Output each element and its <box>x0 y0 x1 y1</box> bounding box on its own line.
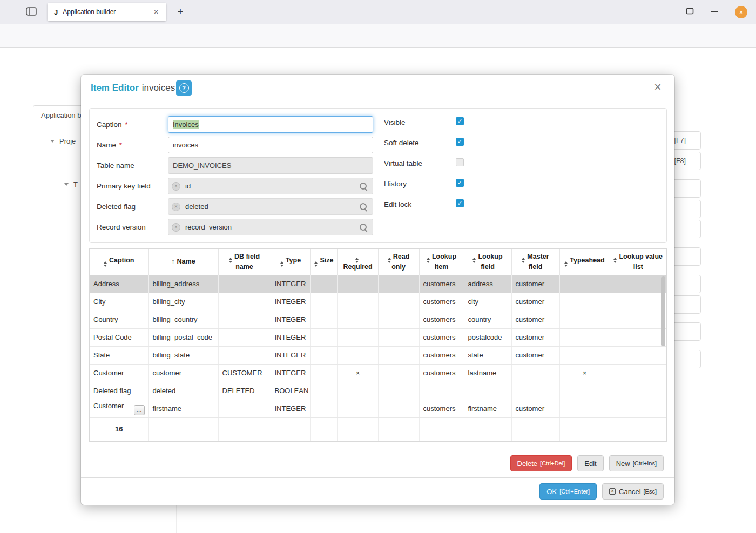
grid-cell[interactable] <box>310 328 338 346</box>
grid-cell[interactable] <box>378 293 419 311</box>
grid-row[interactable]: CustomercustomerCUSTOMERINTEGER×customer… <box>90 364 666 382</box>
grid-cell[interactable] <box>610 311 666 328</box>
grid-column-header[interactable]: Typeahead <box>559 249 610 275</box>
grid-cell[interactable] <box>378 400 419 417</box>
clear-icon[interactable] <box>172 203 180 211</box>
grid-row[interactable]: Deleted flagdeletedDELETEDBOOLEAN <box>90 382 666 400</box>
grid-cell[interactable] <box>310 275 338 293</box>
grid-row[interactable]: Statebilling_stateINTEGERcustomersstatec… <box>90 346 666 364</box>
new-tab-button[interactable] <box>174 5 187 18</box>
window-restore-icon[interactable] <box>686 7 694 17</box>
grid-cell[interactable]: firstname <box>464 400 511 417</box>
grid-cell[interactable]: Deleted flag <box>90 382 148 400</box>
grid-cell[interactable] <box>610 382 666 400</box>
grid-cell[interactable]: × <box>559 364 610 382</box>
grid-cell[interactable] <box>511 382 559 400</box>
grid-cell[interactable]: BOOLEAN <box>271 382 310 400</box>
grid-cell[interactable] <box>310 311 338 328</box>
tab-close-icon[interactable] <box>151 6 161 17</box>
grid-cell[interactable]: × <box>338 364 378 382</box>
grid-scrollbar[interactable] <box>662 276 665 346</box>
grid-cell[interactable]: customers <box>419 293 464 311</box>
grid-cell[interactable] <box>464 382 511 400</box>
grid-row[interactable]: Customer…firstnameINTEGERcustomersfirstn… <box>90 400 666 417</box>
browser-tab[interactable]: J Application builder <box>48 3 166 21</box>
grid-cell[interactable]: DELETED <box>218 382 271 400</box>
grid-cell[interactable]: INTEGER <box>271 364 310 382</box>
grid-cell[interactable] <box>218 275 271 293</box>
grid-column-header[interactable]: Required <box>338 249 378 275</box>
grid-column-header[interactable]: Size <box>310 249 338 275</box>
grid-cell[interactable] <box>378 275 419 293</box>
grid-cell[interactable] <box>338 275 378 293</box>
grid-cell[interactable] <box>559 400 610 417</box>
clear-icon[interactable] <box>172 182 180 191</box>
grid-row[interactable]: Addressbilling_addressINTEGERcustomersad… <box>90 275 666 293</box>
grid-cell[interactable] <box>378 382 419 400</box>
grid-cell[interactable]: postalcode <box>464 328 511 346</box>
grid-cell[interactable]: Customer <box>90 364 148 382</box>
grid-cell[interactable]: city <box>464 293 511 311</box>
grid-cell[interactable]: customer <box>148 364 218 382</box>
grid-cell[interactable] <box>218 293 271 311</box>
grid-cell[interactable]: customer <box>511 311 559 328</box>
delete-button[interactable]: Delete[Ctrl+Del] <box>510 455 572 471</box>
grid-cell[interactable]: Customer… <box>90 400 148 417</box>
search-icon[interactable] <box>360 203 367 211</box>
grid-cell[interactable]: State <box>90 346 148 364</box>
grid-cell[interactable] <box>218 328 271 346</box>
grid-cell[interactable] <box>378 328 419 346</box>
grid-cell[interactable] <box>378 364 419 382</box>
window-minimize-icon[interactable] <box>711 11 718 12</box>
grid-cell[interactable]: customers <box>419 275 464 293</box>
grid-cell[interactable] <box>559 275 610 293</box>
help-button[interactable]: ? <box>176 80 192 96</box>
grid-cell[interactable]: state <box>464 346 511 364</box>
grid-cell[interactable]: INTEGER <box>271 275 310 293</box>
grid-cell[interactable] <box>610 328 666 346</box>
edit-button[interactable]: Edit <box>577 455 603 471</box>
grid-cell[interactable]: billing_address <box>148 275 218 293</box>
grid-cell[interactable]: address <box>464 275 511 293</box>
grid-cell[interactable] <box>559 293 610 311</box>
grid-cell[interactable] <box>310 400 338 417</box>
grid-cell[interactable] <box>559 346 610 364</box>
grid-cell[interactable]: customers <box>419 364 464 382</box>
grid-cell[interactable] <box>378 346 419 364</box>
grid-cell[interactable] <box>310 382 338 400</box>
grid-cell[interactable]: Postal Code <box>90 328 148 346</box>
grid-column-header[interactable]: Lookup item <box>419 249 464 275</box>
grid-cell[interactable] <box>559 311 610 328</box>
grid-cell[interactable]: customer <box>511 293 559 311</box>
grid-cell[interactable] <box>310 293 338 311</box>
grid-cell[interactable]: billing_postal_code <box>148 328 218 346</box>
tree-node-projects[interactable]: Proje <box>50 137 76 145</box>
search-icon[interactable] <box>360 183 367 190</box>
grid-cell[interactable]: customer <box>511 275 559 293</box>
grid-cell[interactable] <box>338 311 378 328</box>
grid-cell[interactable] <box>419 382 464 400</box>
name-input[interactable]: invoices <box>168 137 373 153</box>
grid-cell[interactable]: INTEGER <box>271 311 310 328</box>
clear-icon[interactable] <box>172 223 180 232</box>
cancel-button[interactable]: Cancel[Esc] <box>602 483 664 500</box>
grid-cell[interactable]: deleted <box>148 382 218 400</box>
grid-cell[interactable] <box>511 364 559 382</box>
grid-cell[interactable]: City <box>90 293 148 311</box>
grid-cell[interactable]: customers <box>419 346 464 364</box>
grid-cell[interactable]: INTEGER <box>271 400 310 417</box>
grid-cell[interactable] <box>338 328 378 346</box>
window-close-icon[interactable] <box>735 6 747 18</box>
grid-cell[interactable] <box>559 382 610 400</box>
grid-cell[interactable]: Address <box>90 275 148 293</box>
grid-cell[interactable] <box>610 293 666 311</box>
grid-cell[interactable]: lastname <box>464 364 511 382</box>
grid-cell[interactable]: country <box>464 311 511 328</box>
grid-cell[interactable]: Country <box>90 311 148 328</box>
grid-cell[interactable] <box>610 400 666 417</box>
grid-cell[interactable]: billing_country <box>148 311 218 328</box>
grid-column-header[interactable]: Caption <box>90 249 148 275</box>
grid-cell[interactable]: CUSTOMER <box>218 364 271 382</box>
deleted-flag-lookup[interactable]: deleted <box>168 198 373 215</box>
checkbox-visible[interactable] <box>456 117 464 125</box>
